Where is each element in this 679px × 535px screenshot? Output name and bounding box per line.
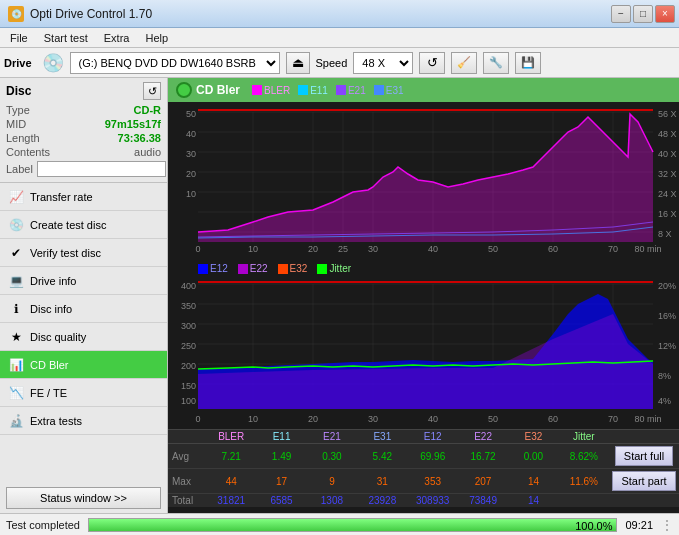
menu-bar: File Start test Extra Help <box>0 28 679 48</box>
svg-text:20: 20 <box>308 414 318 424</box>
contents-value: audio <box>134 146 161 158</box>
svg-text:4%: 4% <box>658 396 671 406</box>
speed-select[interactable]: 8 X16 X24 X32 X40 X48 X <box>353 52 413 74</box>
stats-header-e21: E21 <box>307 430 357 443</box>
legend-dot-e12 <box>198 264 208 274</box>
start-part-button[interactable]: Start part <box>612 471 675 491</box>
sidebar-item-fe-te[interactable]: 📉 FE / TE <box>0 379 167 407</box>
stats-header-e22: E22 <box>458 430 508 443</box>
svg-text:60: 60 <box>548 414 558 424</box>
stats-header-e32: E32 <box>508 430 558 443</box>
erase-button[interactable]: 🧹 <box>451 52 477 74</box>
drive-bar: Drive 💿 (G:) BENQ DVD DD DW1640 BSRB ⏏ S… <box>0 48 679 78</box>
extra-tests-label: Extra tests <box>30 415 82 427</box>
svg-text:400: 400 <box>181 281 196 291</box>
close-button[interactable]: × <box>655 5 675 23</box>
upper-chart: 50 40 30 20 10 56 X 48 X 40 X 32 X 24 X … <box>168 102 679 262</box>
disc-info-label: Disc info <box>30 303 72 315</box>
sidebar-item-extra-tests[interactable]: 🔬 Extra tests <box>0 407 167 435</box>
stats-avg-label: Avg <box>168 451 206 462</box>
avg-e31: 5.42 <box>357 450 407 463</box>
minimize-button[interactable]: − <box>611 5 631 23</box>
svg-text:350: 350 <box>181 301 196 311</box>
status-bar: Test completed 100.0% 09:21 ⋮ <box>0 513 679 535</box>
status-time: 09:21 <box>625 519 653 531</box>
svg-text:80 min: 80 min <box>634 244 661 254</box>
transfer-rate-icon: 📈 <box>8 189 24 205</box>
verify-test-disc-icon: ✔ <box>8 245 24 261</box>
menu-help[interactable]: Help <box>139 31 174 45</box>
status-window-button[interactable]: Status window >> <box>6 487 161 509</box>
disc-refresh-button[interactable]: ↺ <box>143 82 161 100</box>
legend-label-bler: BLER <box>264 85 290 96</box>
app-icon: 💿 <box>8 6 24 22</box>
drive-info-label: Drive info <box>30 275 76 287</box>
progress-bar-fill <box>89 519 616 531</box>
length-key: Length <box>6 132 40 144</box>
svg-text:70: 70 <box>608 244 618 254</box>
legend-label-e11: E11 <box>310 85 328 96</box>
app-title: Opti Drive Control 1.70 <box>30 7 152 21</box>
svg-text:200: 200 <box>181 361 196 371</box>
label-key: Label <box>6 163 33 175</box>
sidebar-item-drive-info[interactable]: 💻 Drive info <box>0 267 167 295</box>
menu-start-test[interactable]: Start test <box>38 31 94 45</box>
svg-text:300: 300 <box>181 321 196 331</box>
start-full-button[interactable]: Start full <box>615 446 673 466</box>
menu-extra[interactable]: Extra <box>98 31 136 45</box>
tools-button[interactable]: 🔧 <box>483 52 509 74</box>
sidebar-item-cd-bler[interactable]: 📊 CD Bler <box>0 351 167 379</box>
svg-text:30: 30 <box>186 149 196 159</box>
legend-label-e12: E12 <box>210 263 228 274</box>
stats-header-bler: BLER <box>206 430 256 443</box>
legend-dot-e11 <box>298 85 308 95</box>
drive-info-icon: 💻 <box>8 273 24 289</box>
legend-label-jitter: Jitter <box>329 263 351 274</box>
label-input[interactable] <box>37 161 166 177</box>
svg-text:30: 30 <box>368 244 378 254</box>
max-e21: 9 <box>307 475 357 488</box>
stats-header-e12: E12 <box>408 430 458 443</box>
svg-text:8 X: 8 X <box>658 229 672 239</box>
max-bler: 44 <box>206 475 256 488</box>
chart-header: CD Bler BLER E11 E21 E31 <box>168 78 679 102</box>
progress-label: 100.0% <box>575 519 612 533</box>
sidebar-item-create-test-disc[interactable]: 💿 Create test disc <box>0 211 167 239</box>
menu-file[interactable]: File <box>4 31 34 45</box>
extra-tests-icon: 🔬 <box>8 413 24 429</box>
resize-grip[interactable]: ⋮ <box>661 518 673 532</box>
svg-text:0: 0 <box>195 414 200 424</box>
disc-info-icon: ℹ <box>8 301 24 317</box>
chart-status-icon <box>176 82 192 98</box>
total-e31: 23928 <box>357 494 407 507</box>
sidebar-item-disc-quality[interactable]: ★ Disc quality <box>0 323 167 351</box>
svg-text:20%: 20% <box>658 281 676 291</box>
mid-value: 97m15s17f <box>105 118 161 130</box>
cd-bler-icon: 📊 <box>8 357 24 373</box>
sidebar-item-transfer-rate[interactable]: 📈 Transfer rate <box>0 183 167 211</box>
refresh-button[interactable]: ↺ <box>419 52 445 74</box>
total-e11: 6585 <box>256 494 306 507</box>
create-test-disc-icon: 💿 <box>8 217 24 233</box>
svg-text:24 X: 24 X <box>658 189 677 199</box>
fe-te-label: FE / TE <box>30 387 67 399</box>
drive-select[interactable]: (G:) BENQ DVD DD DW1640 BSRB <box>70 52 280 74</box>
svg-text:16 X: 16 X <box>658 209 677 219</box>
total-e22: 73849 <box>458 494 508 507</box>
sidebar-item-disc-info[interactable]: ℹ Disc info <box>0 295 167 323</box>
eject-button[interactable]: ⏏ <box>286 52 310 74</box>
legend-e21: E21 <box>336 85 366 96</box>
legend-dot-jitter <box>317 264 327 274</box>
legend-e11: E11 <box>298 85 328 96</box>
avg-e12: 69.96 <box>408 450 458 463</box>
legend-label-e22: E22 <box>250 263 268 274</box>
speed-label: Speed <box>316 57 348 69</box>
maximize-button[interactable]: □ <box>633 5 653 23</box>
drive-label: Drive <box>4 57 32 69</box>
lower-chart: 400 350 300 250 200 150 100 20% 16% 12% … <box>168 274 679 429</box>
save-button[interactable]: 💾 <box>515 52 541 74</box>
sidebar-item-verify-test-disc[interactable]: ✔ Verify test disc <box>0 239 167 267</box>
svg-text:40: 40 <box>428 244 438 254</box>
svg-text:150: 150 <box>181 381 196 391</box>
avg-e21: 0.30 <box>307 450 357 463</box>
